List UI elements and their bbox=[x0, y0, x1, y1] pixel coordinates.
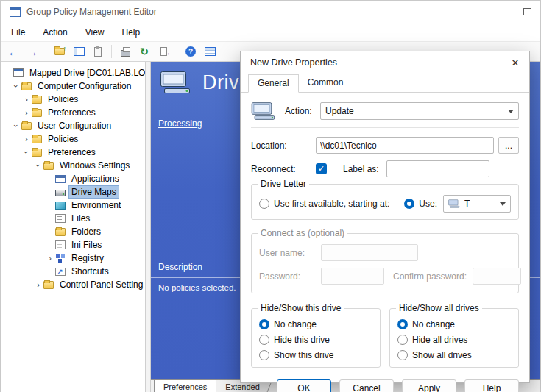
chevron-right-icon[interactable] bbox=[21, 94, 32, 104]
chevron-down-icon bbox=[500, 202, 506, 206]
action-select[interactable]: Update bbox=[320, 102, 519, 120]
confirm-password-input bbox=[473, 268, 521, 285]
action-row: Action: Update bbox=[251, 101, 519, 121]
tree-item-files[interactable]: Files bbox=[1, 212, 145, 225]
tree-item-folders[interactable]: Folders bbox=[1, 225, 145, 238]
reconnect-checkbox[interactable] bbox=[316, 163, 327, 174]
chevron-right-icon[interactable] bbox=[21, 107, 32, 118]
print-button[interactable] bbox=[117, 44, 133, 60]
chevron-down-icon[interactable] bbox=[11, 81, 21, 91]
menu-help[interactable]: Help bbox=[122, 27, 141, 38]
up-one-level-button[interactable] bbox=[52, 44, 68, 60]
dialog-title-bar: New Drive Properties bbox=[241, 51, 529, 74]
drive-letter-group: Drive Letter Use first available, starti… bbox=[251, 184, 519, 220]
chevron-right-icon[interactable] bbox=[33, 279, 43, 290]
browse-button[interactable]: ... bbox=[498, 137, 519, 154]
help-button[interactable]: Help bbox=[464, 379, 519, 392]
folder-icon bbox=[32, 96, 42, 104]
username-label: User name: bbox=[259, 248, 321, 258]
tree-item-registry[interactable]: Registry bbox=[1, 252, 145, 265]
tree-item-shortcuts[interactable]: Shortcuts bbox=[1, 265, 145, 278]
clipboard-icon bbox=[94, 47, 102, 57]
show-this-drive-radio[interactable] bbox=[259, 350, 269, 360]
maximize-button[interactable] bbox=[523, 8, 531, 15]
tree-item-ini-files[interactable]: Ini Files bbox=[1, 238, 145, 252]
tree-item-environment[interactable]: Environment bbox=[1, 199, 145, 212]
show-this-drive-option: Show this drive bbox=[259, 350, 372, 360]
tree-item-user-configuration[interactable]: User Configuration bbox=[1, 119, 145, 132]
drive-letter-select[interactable]: T bbox=[443, 195, 511, 213]
drive-letter-options: Use first available, starting at: Use: T bbox=[259, 195, 511, 213]
back-button[interactable] bbox=[5, 44, 21, 60]
tab-preferences[interactable]: Preferences bbox=[154, 380, 216, 392]
tree-item-computer-preferences[interactable]: Preferences bbox=[1, 106, 145, 119]
show-console-tree-button[interactable] bbox=[71, 44, 87, 60]
apply-button[interactable]: Apply bbox=[402, 379, 456, 392]
dialog-buttons: OK Cancel Apply Help bbox=[251, 379, 519, 392]
label-as-input[interactable] bbox=[386, 160, 489, 177]
menu-action[interactable]: Action bbox=[43, 27, 67, 38]
hide-show-this-drive-title: Hide/Show this drive bbox=[258, 303, 344, 313]
tree-item-control-panel-settings[interactable]: Control Panel Setting bbox=[1, 278, 145, 291]
refresh-button[interactable] bbox=[136, 44, 152, 60]
processing-column-link[interactable]: Processing bbox=[158, 118, 202, 129]
hide-show-all-drives-title: Hide/Show all drives bbox=[396, 303, 482, 313]
chevron-down-icon[interactable] bbox=[33, 160, 43, 171]
all-no-change-option: No change bbox=[397, 319, 511, 329]
window-title: Group Policy Management Editor bbox=[26, 7, 517, 17]
properties-button[interactable] bbox=[90, 44, 106, 60]
hide-all-drives-radio[interactable] bbox=[397, 335, 408, 345]
dialog-title: New Drive Properties bbox=[250, 57, 507, 68]
hide-show-all-drives-group: Hide/Show all drives No change Hide all … bbox=[389, 308, 519, 368]
drive-icon bbox=[448, 199, 461, 208]
forward-button[interactable] bbox=[24, 44, 40, 60]
hide-this-drive-radio[interactable] bbox=[259, 335, 269, 345]
tab-common[interactable]: Common bbox=[299, 74, 353, 93]
action-value: Update bbox=[325, 106, 503, 116]
tree-item-user-preferences[interactable]: Preferences bbox=[1, 146, 145, 159]
menu-file[interactable]: File bbox=[11, 27, 25, 38]
tree-item-drive-maps[interactable]: Drive Maps bbox=[1, 185, 145, 199]
hide-all-drives-option: Hide all drives bbox=[397, 335, 511, 345]
pane-splitter[interactable] bbox=[146, 62, 151, 392]
ok-button[interactable]: OK bbox=[277, 379, 331, 392]
close-icon[interactable] bbox=[507, 54, 523, 71]
show-all-drives-option: Show all drives bbox=[397, 350, 511, 360]
cancel-button[interactable]: Cancel bbox=[339, 379, 394, 392]
use-first-available-radio[interactable] bbox=[259, 199, 269, 209]
drive-letter-group-title: Drive Letter bbox=[258, 179, 309, 189]
folder-icon bbox=[55, 228, 66, 236]
use-radio[interactable] bbox=[404, 199, 414, 209]
folder-open-icon bbox=[43, 162, 54, 170]
tree-item-computer-configuration[interactable]: Computer Configuration bbox=[1, 79, 145, 93]
gpme-window: Group Policy Management Editor File Acti… bbox=[0, 0, 541, 392]
help-button[interactable] bbox=[183, 44, 199, 60]
tree-item-windows-settings[interactable]: Windows Settings bbox=[1, 159, 145, 172]
chevron-down-icon[interactable] bbox=[21, 147, 32, 157]
tree-item-applications[interactable]: Applications bbox=[1, 172, 145, 185]
shortcut-icon bbox=[55, 268, 66, 276]
tree-item-computer-policies[interactable]: Policies bbox=[1, 93, 145, 106]
location-input[interactable] bbox=[316, 137, 494, 154]
menu-view[interactable]: View bbox=[85, 27, 105, 38]
refresh-icon bbox=[140, 46, 149, 57]
detail-view-button[interactable] bbox=[202, 44, 218, 60]
description-column-link[interactable]: Description bbox=[158, 262, 202, 272]
chevron-right-icon[interactable] bbox=[21, 134, 32, 144]
chevron-down-icon[interactable] bbox=[11, 121, 21, 131]
dialog-body: Action: Update Location: ... Reconnect: … bbox=[241, 93, 529, 383]
this-no-change-radio[interactable] bbox=[259, 319, 269, 329]
show-all-drives-radio[interactable] bbox=[397, 350, 408, 360]
folder-icon bbox=[32, 135, 42, 143]
folder-icon bbox=[43, 281, 54, 289]
folder-icon bbox=[32, 109, 42, 117]
export-list-button[interactable] bbox=[155, 44, 172, 60]
title-bar: Group Policy Management Editor bbox=[1, 1, 540, 23]
tree-item-root[interactable]: Mapped Drive [DC01.LAB.LOCA bbox=[1, 66, 145, 79]
chevron-right-icon[interactable] bbox=[45, 253, 55, 263]
use-option: Use: bbox=[404, 199, 437, 209]
confirm-password-label: Confirm password: bbox=[393, 271, 467, 282]
all-no-change-radio[interactable] bbox=[397, 319, 408, 329]
tab-general[interactable]: General bbox=[248, 74, 299, 93]
tree-item-user-policies[interactable]: Policies bbox=[1, 132, 145, 146]
